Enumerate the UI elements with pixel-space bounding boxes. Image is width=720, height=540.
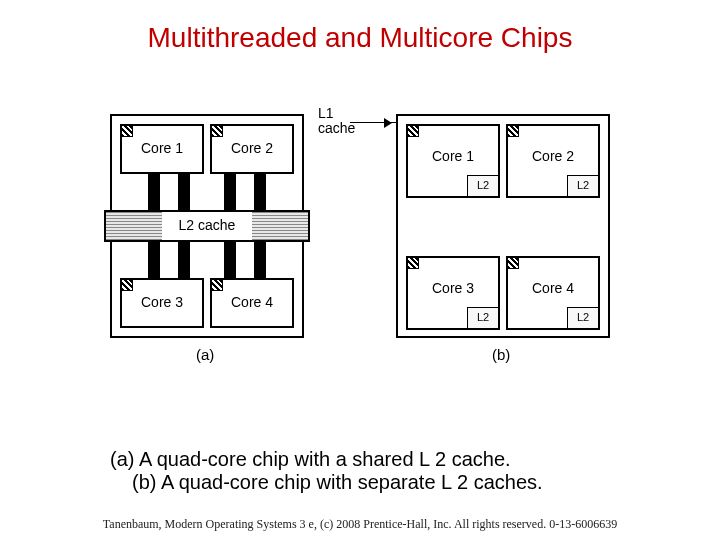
core-label: Core 4 [212,280,292,310]
chip-b-core-3: Core 3 L2 [406,256,500,330]
figure-area: Core 1 Core 2 Core 3 Core 4 L2 cache L1 … [0,94,720,424]
chip-b-outline: Core 1 L2 Core 2 L2 Core 3 L2 Core 4 L2 [396,114,610,338]
l1-cache-icon [507,257,519,269]
l1-cache-icon [407,125,419,137]
bus-connector [254,240,266,278]
chip-a-core-3: Core 3 [120,278,204,328]
bus-connector [148,172,160,210]
core-label: Core 3 [408,258,498,296]
core-label: Core 2 [212,126,292,156]
private-l2: L2 [567,307,599,329]
chip-b-core-1: Core 1 L2 [406,124,500,198]
bus-connector [224,172,236,210]
core-label: Core 4 [508,258,598,296]
private-l2: L2 [567,175,599,197]
caption-line-a: (a) A quad-core chip with a shared L 2 c… [0,448,720,471]
bus-connector [148,240,160,278]
figure-caption: (a) A quad-core chip with a shared L 2 c… [0,448,720,494]
caption-line-b: (b) A quad-core chip with separate L 2 c… [0,471,720,494]
arrow-icon [350,122,396,123]
l1-cache-icon [211,125,223,137]
chip-b-core-2: Core 2 L2 [506,124,600,198]
chip-a-core-4: Core 4 [210,278,294,328]
l1-callout-label: L1 cache [318,106,355,136]
private-l2: L2 [467,175,499,197]
private-l2: L2 [467,307,499,329]
chip-a-core-1: Core 1 [120,124,204,174]
chip-b-core-4: Core 4 L2 [506,256,600,330]
l1-cache-icon [121,279,133,291]
l1-cache-icon [211,279,223,291]
chip-a-shared-l2: L2 cache [104,210,310,242]
l1-cache-icon [121,125,133,137]
page-title: Multithreaded and Multicore Chips [0,0,720,54]
core-label: Core 2 [508,126,598,164]
core-label: Core 1 [408,126,498,164]
chip-a-core-2: Core 2 [210,124,294,174]
subfigure-label-a: (a) [196,346,214,363]
core-label: Core 1 [122,126,202,156]
l1-cache-icon [507,125,519,137]
bus-connector [224,240,236,278]
l1-cache-icon [407,257,419,269]
bus-connector [178,240,190,278]
copyright-footer: Tanenbaum, Modern Operating Systems 3 e,… [0,517,720,532]
bus-connector [254,172,266,210]
chip-a-outline: Core 1 Core 2 Core 3 Core 4 L2 cache [110,114,304,338]
subfigure-label-b: (b) [492,346,510,363]
core-label: Core 3 [122,280,202,310]
bus-connector [178,172,190,210]
